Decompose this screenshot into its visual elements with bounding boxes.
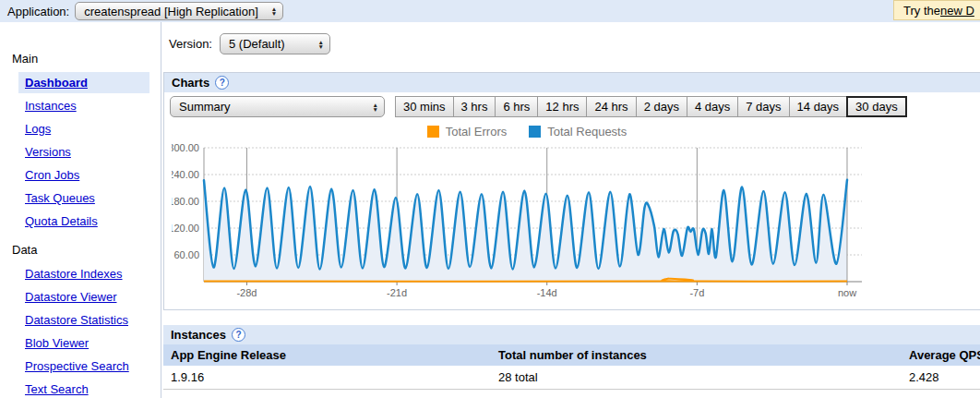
legend-label: Total Requests [547,125,627,139]
sidebar-item-label[interactable]: Datastore Statistics [25,313,128,327]
instances-panel-title: Instances [171,325,226,344]
column-header-app-engine-release: App Engine Release [163,344,491,366]
select-arrows-icon: ▲▼ [318,40,324,49]
charts-panel-title: Charts [172,73,209,92]
table-cell: 28 total [491,366,902,390]
legend-swatch-icon [529,126,541,138]
x-axis-label: now [838,287,856,298]
sidebar-section-title-data: Data [12,243,161,258]
banner-link[interactable]: new D [940,4,974,18]
sidebar-item-datastore-viewer[interactable]: Datastore Viewer [0,286,161,308]
sidebar-item-label[interactable]: Quota Details [25,214,98,228]
help-icon[interactable]: ? [232,328,245,342]
charts-panel: Charts ? Summary ▲▼ 30 mins3 hrs6 hrs12 … [163,72,980,310]
requests-chart: 60.00120.00180.00240.00300.00-28d-21d-14… [172,140,891,307]
legend-item-total-requests: Total Requests [529,125,627,139]
sidebar-item-dashboard[interactable]: Dashboard [18,72,149,93]
instances-table-header-row: App Engine ReleaseTotal number of instan… [163,344,980,366]
sidebar-item-datastore-indexes[interactable]: Datastore Indexes [0,263,161,284]
y-axis-label: 60.00 [173,249,199,260]
table-row: 1.9.1628 total2.428 [163,366,980,390]
sidebar-item-cron-jobs[interactable]: Cron Jobs [0,164,161,186]
sidebar-item-label[interactable]: Dashboard [25,76,88,90]
sidebar-item-label[interactable]: Versions [25,145,71,159]
select-arrows-icon: ▲▼ [271,6,277,16]
version-selector-value: 5 (Default) [229,37,285,51]
sidebar-item-label[interactable]: Datastore Indexes [25,267,123,281]
sidebar-item-text-search[interactable]: Text Search [0,379,161,398]
sidebar-item-label[interactable]: Prospective Search [25,359,129,373]
sidebar-item-datastore-statistics[interactable]: Datastore Statistics [0,309,161,331]
version-row: Version: 5 (Default) ▲▼ [169,33,330,54]
y-axis-label: 120.00 [172,223,199,234]
range-button-12-hrs[interactable]: 12 hrs [537,96,587,117]
sidebar-item-label[interactable]: Blob Viewer [25,336,89,350]
range-button-30-mins[interactable]: 30 mins [395,96,454,117]
instances-panel-header: Instances ? [163,325,980,344]
x-axis-label: -14d [537,287,557,298]
sidebar-item-instances[interactable]: Instances [0,95,161,116]
instances-panel: Instances ? App Engine ReleaseTotal numb… [163,325,980,390]
chart-controls: Summary ▲▼ 30 mins3 hrs6 hrs12 hrs24 hrs… [170,96,907,117]
help-icon[interactable]: ? [215,76,229,90]
sidebar-item-quota-details[interactable]: Quota Details [0,211,161,232]
select-arrows-icon: ▲▼ [373,103,378,112]
application-selector[interactable]: createnspread [High Replication] ▲▼ [75,2,283,20]
sidebar-item-task-queues[interactable]: Task Queues [0,187,161,209]
range-button-7-days[interactable]: 7 days [737,96,789,117]
version-selector[interactable]: 5 (Default) ▲▼ [220,33,330,54]
charts-panel-header: Charts ? [164,73,980,92]
range-button-30-days[interactable]: 30 days [846,96,907,117]
sidebar-item-label[interactable]: Cron Jobs [25,168,79,182]
version-label: Version: [169,37,212,51]
y-axis-label: 180.00 [172,196,199,207]
sidebar-item-label[interactable]: Text Search [25,382,89,396]
y-axis-label: 300.00 [172,142,199,153]
column-header-average-qps: Average QPS [902,344,980,366]
range-button-2-days[interactable]: 2 days [636,96,687,117]
x-axis-label: -7d [689,287,704,298]
sidebar-item-logs[interactable]: Logs [0,118,161,139]
x-axis-label: -28d [236,287,257,298]
try-new-banner: Try the new D [893,0,980,20]
chart-legend: Total ErrorsTotal Requests [172,125,882,139]
sidebar: MainDashboardInstancesLogsVersionsCron J… [0,22,161,398]
legend-label: Total Errors [446,125,507,139]
banner-text: Try the [903,4,940,18]
x-axis-label: -21d [387,287,407,298]
instances-table-body: 1.9.1628 total2.428 [163,366,980,390]
range-button-3-hrs[interactable]: 3 hrs [453,96,496,117]
range-button-4-days[interactable]: 4 days [687,96,738,117]
legend-item-total-errors: Total Errors [427,125,507,139]
range-button-24-hrs[interactable]: 24 hrs [586,96,636,117]
chart-type-selector-value: Summary [179,100,231,114]
range-button-6-hrs[interactable]: 6 hrs [495,96,538,117]
legend-swatch-icon [427,126,439,138]
sidebar-section-title-main: Main [12,52,161,66]
sidebar-item-label[interactable]: Logs [25,122,51,136]
application-selector-value: createnspread [High Replication] [84,5,258,18]
sidebar-item-prospective-search[interactable]: Prospective Search [0,356,161,377]
application-bar: Application: createnspread [High Replica… [0,0,980,22]
sidebar-item-label[interactable]: Instances [25,99,77,113]
sidebar-item-blob-viewer[interactable]: Blob Viewer [0,332,161,354]
sidebar-item-label[interactable]: Datastore Viewer [25,290,116,304]
column-header-total-number-of-instances: Total number of instances [491,344,902,366]
sidebar-item-label[interactable]: Task Queues [25,191,95,205]
time-range-group: 30 mins3 hrs6 hrs12 hrs24 hrs2 days4 day… [396,96,907,117]
y-axis-label: 240.00 [172,169,199,180]
sidebar-item-versions[interactable]: Versions [0,141,161,163]
application-label: Application: [7,5,69,18]
range-button-14-days[interactable]: 14 days [789,96,848,117]
table-cell: 1.9.16 [163,366,491,390]
instances-table: App Engine ReleaseTotal number of instan… [163,344,980,390]
chart-type-selector[interactable]: Summary ▲▼ [170,96,385,117]
table-cell: 2.428 [902,366,980,390]
